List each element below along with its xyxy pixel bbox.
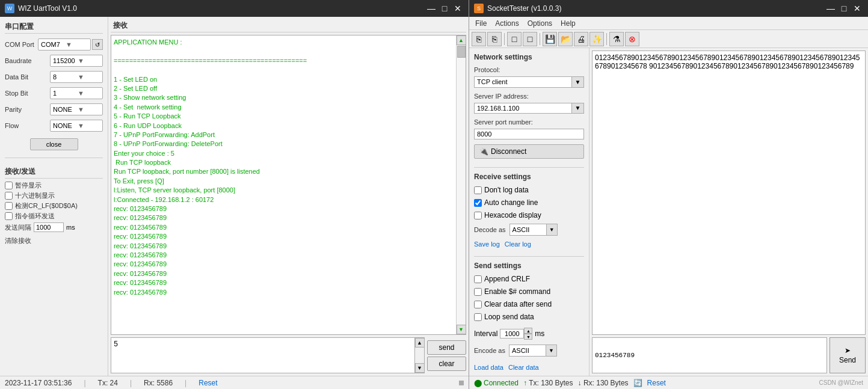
scrollbar-thumb[interactable]: [457, 46, 466, 58]
uart-status-bar: 2023-11-17 03:51:36 | Tx: 24 | Rx: 5586 …: [0, 376, 469, 389]
decode-select[interactable]: ASCII ▼: [509, 224, 558, 236]
protocol-select[interactable]: TCP client ▼: [474, 76, 584, 88]
pause-display-checkbox[interactable]: [5, 182, 13, 189]
hex-display-row: 十六进制显示: [5, 191, 103, 200]
clear-after-row: Clear data after send: [474, 300, 584, 308]
dont-log-checkbox[interactable]: [474, 186, 482, 194]
toolbar-flask-btn[interactable]: ⚗: [609, 32, 624, 46]
stopbit-select[interactable]: 1 ▼: [50, 87, 103, 99]
uart-minimize-btn[interactable]: —: [425, 2, 437, 14]
stepper-buttons: ▲ ▼: [524, 328, 532, 340]
detect-crlf-checkbox[interactable]: [5, 202, 13, 210]
network-settings-title: Network settings: [474, 53, 584, 61]
hexacode-checkbox[interactable]: [474, 212, 482, 219]
clear-recv-btn[interactable]: 清除接收: [5, 236, 31, 245]
append-crlf-checkbox[interactable]: [474, 275, 482, 283]
cmd-loop-checkbox[interactable]: [5, 212, 13, 220]
stepper-down-btn[interactable]: ▼: [524, 334, 532, 340]
toolbar-blank1-btn[interactable]: □: [507, 32, 522, 46]
baudrate-select[interactable]: 115200 ▼: [50, 55, 103, 67]
flow-select[interactable]: NONE ▼: [50, 120, 103, 132]
socket-send-btn[interactable]: ➤ Send: [830, 337, 866, 373]
socket-toolbar: ⎘ ⎘ □ □ 💾 📂 🖨 ✨ ⚗ ⊗: [469, 30, 868, 48]
status-reset[interactable]: Reset: [199, 379, 217, 387]
save-log-btn[interactable]: Save log: [474, 240, 500, 248]
clear-data-btn[interactable]: Clear data: [508, 364, 539, 371]
com-port-select[interactable]: COM7 ▼: [38, 38, 91, 51]
stepper-up-btn[interactable]: ▲: [524, 328, 532, 334]
flow-value: NONE: [52, 122, 76, 129]
disconnect-btn[interactable]: 🔌 Disconnect: [474, 144, 584, 159]
com-port-value: COM7: [40, 41, 64, 48]
clear-after-label: Clear data after send: [484, 300, 552, 308]
toolbar-open-btn[interactable]: 📂: [558, 32, 573, 46]
decode-value: ASCII: [510, 226, 546, 233]
encode-label: Encode as: [474, 347, 505, 354]
toolbar-print-btn[interactable]: 🖨: [574, 32, 588, 46]
menu-options[interactable]: Options: [524, 18, 556, 29]
decode-dropdown-arrow[interactable]: ▼: [546, 224, 557, 235]
enable-cmd-checkbox[interactable]: [474, 288, 482, 296]
uart-maximize-btn[interactable]: □: [439, 2, 451, 14]
recv-scrollbar[interactable]: ▲ ▼: [456, 35, 466, 334]
menu-help[interactable]: Help: [557, 18, 579, 29]
socket-minimize-btn[interactable]: —: [825, 2, 837, 14]
send-scrollbar-down[interactable]: ▼: [415, 363, 425, 373]
server-port-input[interactable]: 8000: [474, 129, 584, 139]
scrollbar-down-btn[interactable]: ▼: [457, 325, 466, 334]
clear-button[interactable]: clear: [427, 357, 466, 371]
disconnect-label: Disconnect: [491, 147, 526, 156]
flow-label: Flow: [5, 122, 19, 129]
loop-send-row: Loop send data: [474, 313, 584, 321]
socket-title: SocketTester (v1.0.0.3): [487, 4, 561, 13]
socket-status-reset[interactable]: Reset: [647, 379, 666, 387]
encode-select[interactable]: ASCII ▼: [509, 345, 557, 357]
tx-up-arrow-icon: ↑: [523, 379, 527, 387]
scrollbar-up-btn[interactable]: ▲: [457, 35, 466, 45]
databit-select[interactable]: 8 ▼: [50, 71, 103, 83]
clear-log-btn[interactable]: Clear log: [505, 240, 531, 248]
hex-display-checkbox[interactable]: [5, 192, 13, 200]
encode-row: Encode as ASCII ▼: [474, 345, 584, 357]
com-port-refresh-btn[interactable]: ↺: [92, 39, 103, 50]
auto-change-checkbox[interactable]: [474, 199, 482, 207]
loop-send-checkbox[interactable]: [474, 313, 482, 321]
send-textarea[interactable]: 5: [111, 337, 415, 373]
socket-body: Network settings Protocol: TCP client ▼ …: [469, 48, 868, 376]
socket-maximize-btn[interactable]: □: [838, 2, 850, 14]
parity-select[interactable]: NONE ▼: [50, 103, 103, 115]
com-port-arrow: ▼: [64, 41, 89, 48]
baudrate-label: Baudrate: [5, 57, 32, 64]
send-scrollbar-up[interactable]: ▲: [415, 338, 425, 348]
recv-text: APPLICATION MENU : =====================…: [114, 38, 463, 297]
toolbar-blank2-btn[interactable]: □: [523, 32, 537, 46]
interval-input[interactable]: 1000: [34, 222, 64, 232]
server-ip-dropdown-arrow[interactable]: ▼: [571, 103, 583, 114]
protocol-dropdown-arrow[interactable]: ▼: [571, 77, 583, 87]
connected-icon: ⬤: [474, 379, 482, 387]
encode-dropdown-arrow[interactable]: ▼: [546, 345, 556, 356]
menu-actions[interactable]: Actions: [491, 18, 522, 29]
parity-value: NONE: [52, 106, 76, 113]
clear-after-checkbox[interactable]: [474, 301, 482, 308]
toolbar-stop-btn[interactable]: ⊗: [625, 32, 639, 46]
server-ip-select[interactable]: 192.168.1.100 ▼: [474, 103, 584, 114]
menu-file[interactable]: File: [472, 18, 490, 29]
uart-close-btn[interactable]: ✕: [452, 2, 464, 14]
close-port-btn[interactable]: close: [30, 138, 78, 150]
append-crlf-row: Append CRLF: [474, 275, 584, 283]
send-button[interactable]: send: [427, 340, 466, 355]
databit-row: Data Bit 8 ▼: [5, 71, 103, 83]
toolbar-save-btn[interactable]: 💾: [543, 32, 557, 46]
socket-interval-input[interactable]: 1000: [500, 329, 524, 338]
resize-handle[interactable]: [459, 381, 464, 385]
socket-send-input[interactable]: 0123456789: [592, 337, 827, 373]
flow-arrow: ▼: [76, 122, 101, 129]
toolbar-magic-btn[interactable]: ✨: [589, 32, 604, 46]
toolbar-copy2-btn[interactable]: ⎘: [487, 32, 502, 46]
enable-cmd-label: Enable $# command: [484, 287, 550, 296]
uart-title: WIZ UartTool V1.0: [18, 4, 77, 13]
socket-close-btn[interactable]: ✕: [851, 2, 863, 14]
load-data-btn[interactable]: Load data: [474, 364, 503, 371]
toolbar-copy1-btn[interactable]: ⎘: [472, 32, 486, 46]
